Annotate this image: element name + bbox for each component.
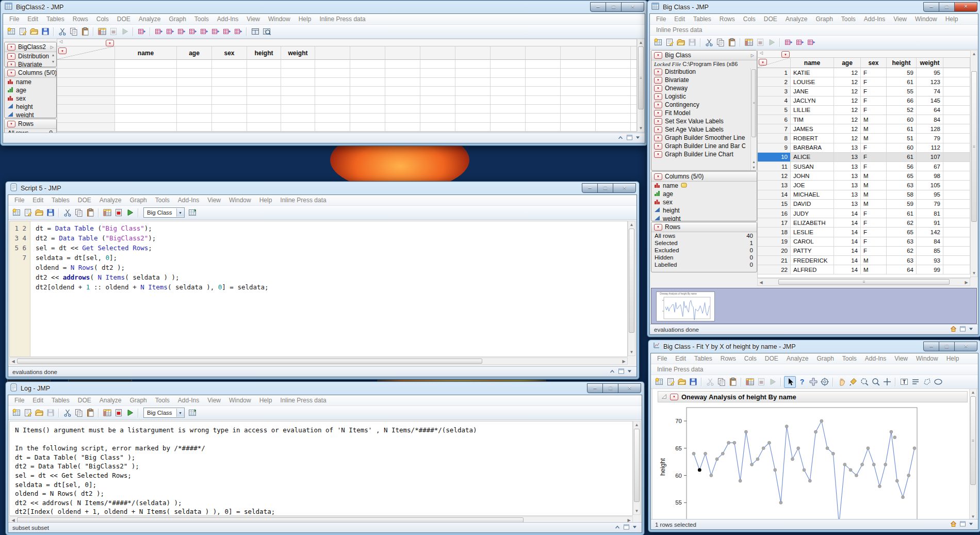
table-cell[interactable] (281, 105, 315, 114)
menu-view[interactable]: View (889, 15, 911, 23)
data-grid-icon[interactable] (102, 408, 112, 418)
expand-arrow-icon[interactable]: ▷ (51, 45, 54, 50)
table-cell[interactable] (315, 123, 350, 132)
table-cell[interactable] (526, 87, 561, 95)
maximize-button[interactable]: □ (606, 2, 622, 12)
table-cell[interactable]: 61 (887, 153, 917, 162)
menu-file[interactable]: File (5, 15, 23, 23)
table-cell[interactable] (420, 60, 455, 69)
table-cell[interactable] (420, 123, 455, 132)
menu-edit[interactable]: Edit (28, 396, 47, 404)
menu-graph[interactable]: Graph (812, 354, 838, 363)
rows-panel-header[interactable]: ▼ Rows (5, 119, 56, 129)
subset-table-icon[interactable] (806, 37, 816, 48)
close-button[interactable]: × (618, 383, 641, 393)
red-triangle-icon[interactable]: ▼ (58, 47, 67, 54)
table-cell[interactable] (526, 123, 561, 132)
red-triangle-icon[interactable]: ▼ (654, 126, 662, 133)
table-cell[interactable]: 142 (917, 228, 943, 237)
menu-tools[interactable]: Tools (837, 15, 860, 23)
table-cell[interactable] (115, 132, 177, 132)
table-selector-combo[interactable]: Big Class▼ (143, 408, 185, 418)
table-cell[interactable] (420, 96, 455, 105)
table-cell[interactable]: 63 (887, 237, 917, 247)
table-cell[interactable]: 58 (887, 190, 917, 200)
dropdown-icon[interactable] (968, 326, 974, 333)
new-data-table-icon[interactable] (652, 37, 663, 48)
menu-edit[interactable]: Edit (28, 196, 47, 204)
table-cell[interactable] (385, 96, 420, 105)
table-cell[interactable] (943, 237, 970, 247)
table-cell[interactable] (526, 60, 561, 69)
table-cell[interactable]: BARBARA (791, 143, 834, 153)
crosshair-icon[interactable] (881, 377, 892, 387)
data-grid-icon[interactable] (744, 377, 755, 387)
rows-panel-header[interactable]: ▼ Rows (651, 222, 757, 232)
open-icon[interactable] (34, 207, 44, 218)
table-cell[interactable]: F (861, 162, 887, 171)
vertical-scrollbar[interactable]: ▲ ≡ ▼ (969, 388, 977, 521)
table-cell[interactable] (596, 87, 631, 95)
horizontal-scrollbar[interactable]: ◀▶ (9, 358, 628, 365)
red-triangle-icon[interactable]: ▼ (654, 102, 662, 108)
magnifier-lasso-icon[interactable] (859, 377, 870, 387)
pdf-icon[interactable] (756, 377, 766, 387)
hand-icon[interactable] (836, 377, 847, 387)
columns-panel-header[interactable]: ▼ Columns (5/0) (5, 68, 56, 78)
table-cell[interactable]: 91 (917, 218, 943, 228)
menu-graph[interactable]: Graph (811, 15, 837, 23)
report-header[interactable]: ▼ Oneway Analysis of height By name (658, 391, 968, 402)
table-corner-cell[interactable]: ▼ (57, 46, 115, 60)
table-cell[interactable]: 63 (887, 256, 917, 265)
table-cell[interactable]: 61 (887, 124, 917, 134)
column-item[interactable]: height (5, 103, 56, 111)
table-cell[interactable] (491, 69, 526, 77)
window-box-icon[interactable] (617, 367, 625, 376)
table-cell[interactable] (177, 114, 212, 122)
table-cell[interactable] (115, 105, 177, 114)
menu-window[interactable]: Window (911, 15, 941, 23)
window-box-icon[interactable] (626, 134, 633, 142)
menu-cols[interactable]: Cols (739, 15, 760, 23)
data-grid[interactable]: ◁▼▼nameagesexheightweight1KATIE12F59952L… (757, 50, 971, 278)
table-cell[interactable] (385, 60, 420, 69)
table-cell[interactable] (350, 96, 385, 105)
script-item[interactable]: ▼Logistic (651, 92, 745, 101)
table-cell[interactable] (943, 153, 970, 162)
table-cell[interactable]: 13 (834, 162, 861, 171)
subset-table-icon[interactable] (165, 26, 175, 37)
column-item[interactable]: weight (5, 111, 56, 118)
menu-view[interactable]: View (890, 354, 912, 363)
menu-tables[interactable]: Tables (47, 396, 74, 404)
red-triangle-icon[interactable]: ▼ (654, 52, 662, 59)
red-triangle-icon[interactable]: ▼ (106, 40, 114, 46)
new-data-table-icon[interactable] (11, 207, 22, 218)
table-cell[interactable]: M (861, 265, 887, 274)
table-cell[interactable]: 14 (834, 265, 861, 274)
menu-analyze[interactable]: Analyze (135, 15, 165, 23)
table-cell[interactable]: 95 (917, 68, 943, 77)
copy-icon[interactable] (715, 37, 726, 48)
table-cell[interactable] (631, 123, 637, 132)
caret-up-icon[interactable] (609, 368, 616, 376)
journal-icon[interactable] (22, 207, 33, 218)
menu-file[interactable]: File (652, 15, 670, 23)
table-cell[interactable]: M (861, 115, 887, 124)
red-triangle-icon[interactable]: ▼ (654, 118, 662, 125)
table-cell[interactable] (631, 105, 637, 114)
table-cell[interactable] (561, 123, 596, 132)
row-number-cell[interactable] (57, 105, 115, 114)
menu-tables[interactable]: Tables (690, 354, 716, 363)
menu-rows[interactable]: Rows (716, 354, 740, 363)
titlebar[interactable]: Big Class - JMP – □ × (647, 1, 980, 13)
table-cell[interactable]: F (861, 87, 887, 96)
table-cell[interactable]: F (861, 209, 887, 218)
table-cell[interactable]: M (861, 171, 887, 181)
save-icon[interactable] (45, 207, 56, 218)
open-icon[interactable] (28, 26, 39, 37)
table-cell[interactable] (247, 123, 281, 132)
table-cell[interactable] (455, 78, 491, 87)
table-cell[interactable] (943, 96, 970, 106)
expand-arrow-icon[interactable]: ▷ (751, 53, 754, 58)
table-cell[interactable]: 65 (887, 171, 917, 181)
